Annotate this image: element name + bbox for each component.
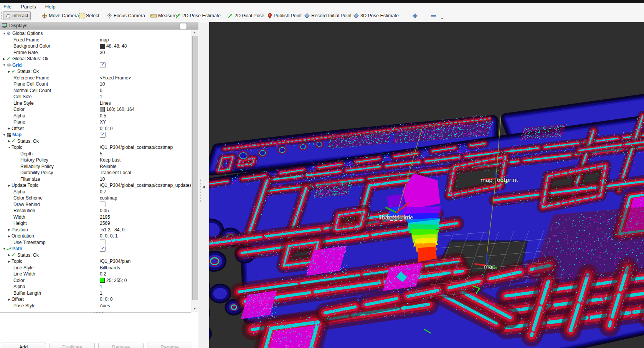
tool-3d-pose-estimate[interactable]: 3D Pose Estimate — [352, 12, 401, 20]
tree-row-reliability-policy[interactable]: Reliability PolicyReliable — [0, 163, 191, 170]
property-value[interactable]: 0.05 — [100, 208, 109, 213]
property-value[interactable]: Lines — [100, 101, 111, 106]
tree-row-pose-style[interactable]: Pose StyleAxes — [0, 303, 191, 309]
tree-row-alpha[interactable]: Alpha0.7 — [0, 189, 191, 195]
checkbox-unchecked[interactable] — [100, 201, 106, 207]
tree-row-topic[interactable]: ▼Topic/Q1_P304/global_costmap/costmap — [0, 144, 191, 151]
tree-row-normal-cell-count[interactable]: Normal Cell Count0 — [0, 87, 191, 94]
tree-row-color[interactable]: Color25; 255; 0 — [0, 277, 191, 284]
property-value[interactable]: -51.2; -84; 0 — [100, 227, 125, 233]
collapsed-arrow-icon[interactable]: ▶ — [7, 127, 12, 130]
panel-float-button[interactable] — [180, 23, 187, 29]
property-value[interactable]: 1 — [100, 94, 102, 99]
property-value[interactable]: map — [100, 37, 109, 43]
property-value[interactable]: 30 — [100, 50, 105, 55]
tree-row-alpha[interactable]: Alpha1 — [0, 284, 191, 290]
checkbox-checked[interactable]: ✓ — [100, 62, 106, 68]
tree-row-frame-rate[interactable]: Frame Rate30 — [0, 49, 191, 56]
3d-viewport[interactable] — [209, 22, 644, 348]
property-value[interactable]: 0 — [100, 88, 102, 93]
property-value[interactable]: Transient Local — [100, 170, 131, 175]
property-value[interactable] — [100, 201, 106, 207]
tree-row-cell-size[interactable]: Cell Size1 — [0, 94, 191, 100]
property-value[interactable]: 0; 0; 0; 1 — [100, 233, 118, 239]
property-value[interactable]: costmap — [100, 195, 117, 201]
tree-row-update-topic[interactable]: ▶Update Topic/Q1_P304/global_costmap/cos… — [0, 182, 191, 189]
expanded-arrow-icon[interactable]: ▼ — [7, 146, 12, 149]
tree-row-color-scheme[interactable]: Color Schemecostmap — [0, 195, 191, 201]
panel-splitter[interactable]: ◀ — [198, 22, 209, 348]
collapsed-arrow-icon[interactable]: ▶ — [7, 139, 12, 143]
menu-item-file[interactable]: File — [3, 4, 12, 10]
tool-focus-camera[interactable]: Focus Camera — [105, 12, 147, 20]
tree-row-offset[interactable]: ▶Offset0; 0; 0 — [0, 296, 191, 303]
tree-row-status-ok[interactable]: ▶✓Status: Ok — [0, 68, 191, 75]
tree-row-line-width[interactable]: Line Width0.2 — [0, 271, 191, 277]
tree-row-status-ok[interactable]: ▶✓Status: Ok — [0, 252, 191, 259]
tree-row-history-policy[interactable]: History PolicyKeep Last — [0, 157, 191, 163]
property-value[interactable]: 10 — [100, 81, 105, 87]
tool-record-initial-point[interactable]: Record Initial Point — [302, 12, 353, 20]
property-value[interactable]: ✓ — [100, 132, 106, 138]
property-value[interactable]: 48; 48; 48 — [100, 43, 127, 49]
scroll-down-icon[interactable]: ▼ — [192, 306, 198, 312]
tree-row-global-status-ok[interactable]: ▶✓Global Status: Ok — [0, 56, 191, 62]
expanded-arrow-icon[interactable]: ▼ — [2, 247, 7, 251]
tree-row-plane-cell-count[interactable]: Plane Cell Count10 — [0, 81, 191, 87]
property-value[interactable] — [100, 239, 106, 245]
tree-row-depth[interactable]: Depth5 — [0, 151, 191, 157]
property-value[interactable]: 0.5 — [100, 113, 106, 119]
displays-panel-titlebar[interactable]: Displays — [0, 22, 200, 30]
tool-2d-goal-pose[interactable]: 2D Goal Pose — [226, 12, 266, 20]
splitter-collapse-icon[interactable]: ◀ — [202, 185, 205, 189]
tool-2d-pose-estimate[interactable]: 2D Pose Estimate — [173, 12, 223, 20]
scrollbar-thumb[interactable] — [192, 36, 198, 300]
tree-row-fixed-frame[interactable]: Fixed Framemap — [0, 37, 191, 43]
property-value[interactable]: /Q1_P304/global_costmap/costmap_updates — [100, 183, 191, 188]
tree-row-reference-frame[interactable]: Reference Frame<Fixed Frame> — [0, 75, 191, 81]
collapsed-arrow-icon[interactable]: ▶ — [7, 298, 12, 301]
property-value[interactable]: ✓ — [100, 62, 106, 68]
property-value[interactable]: Keep Last — [100, 157, 121, 163]
tree-row-width[interactable]: Width2195 — [0, 214, 191, 221]
property-value[interactable]: 2195 — [100, 214, 110, 220]
checkbox-unchecked[interactable] — [100, 239, 106, 245]
property-value[interactable]: 10 — [100, 176, 105, 182]
tree-row-use-timestamp[interactable]: Use Timestamp — [0, 239, 191, 246]
tree-row-alpha[interactable]: Alpha0.5 — [0, 113, 191, 119]
tree-row-path[interactable]: ▼Path✓ — [0, 246, 191, 252]
tree-row-line-style[interactable]: Line StyleBillboards — [0, 265, 191, 271]
menu-item-panels[interactable]: Panels — [21, 4, 36, 10]
tree-resize-handle[interactable] — [94, 312, 104, 314]
property-value[interactable]: Billboards — [100, 265, 120, 270]
checkbox-checked[interactable]: ✓ — [100, 246, 106, 252]
property-value[interactable]: <Fixed Frame> — [100, 75, 131, 81]
property-value[interactable]: Reliable — [100, 164, 116, 169]
property-value[interactable]: 1 — [100, 290, 102, 296]
tool--[interactable] — [429, 12, 438, 20]
property-value[interactable]: XY — [100, 119, 106, 125]
collapsed-arrow-icon[interactable]: ▶ — [7, 234, 12, 238]
expanded-arrow-icon[interactable]: ▼ — [2, 32, 7, 35]
property-value[interactable]: /Q1_P304/plan — [100, 259, 130, 264]
expanded-arrow-icon[interactable]: ▼ — [2, 63, 7, 67]
tree-row-map[interactable]: ▼Map✓ — [0, 132, 191, 138]
collapsed-arrow-icon[interactable]: ▶ — [7, 184, 12, 187]
tool-select[interactable]: Select — [77, 12, 101, 20]
tree-row-draw-behind[interactable]: Draw Behind — [0, 201, 191, 208]
tree-row-durability-policy[interactable]: Durability PolicyTransient Local — [0, 170, 191, 176]
toolbar-drag-handle[interactable] — [1, 12, 3, 20]
tool-publish-point[interactable]: Publish Point — [266, 12, 304, 20]
tree-row-buffer-length[interactable]: Buffer Length1 — [0, 290, 191, 297]
add-button[interactable]: Add — [1, 343, 46, 348]
property-value[interactable]: 1 — [100, 284, 102, 289]
property-value[interactable]: 160; 160; 164 — [100, 107, 134, 112]
collapsed-arrow-icon[interactable]: ▶ — [7, 70, 12, 73]
tree-row-grid[interactable]: ▼Grid✓ — [0, 62, 191, 69]
property-value[interactable]: ✓ — [100, 246, 106, 252]
tree-row-resolution[interactable]: Resolution0.05 — [0, 208, 191, 214]
property-value[interactable]: 0.2 — [100, 271, 106, 277]
tree-row-global-options[interactable]: ▼⚙Global Options — [0, 30, 191, 37]
property-value[interactable]: 25; 255; 0 — [100, 278, 127, 283]
tree-row-status-ok[interactable]: ▶✓Status: Ok — [0, 138, 191, 145]
